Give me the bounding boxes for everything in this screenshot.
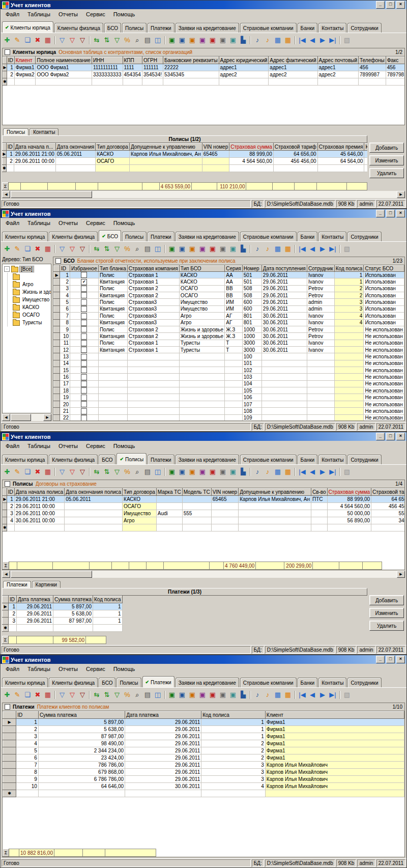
- grid-cell[interactable]: 501: [242, 272, 261, 278]
- favorite-checkbox[interactable]: [81, 272, 87, 278]
- column-header[interactable]: Сумма платежа: [38, 712, 125, 719]
- grid-cell[interactable]: 801: [242, 319, 261, 326]
- grid-cell[interactable]: [53, 625, 93, 632]
- grid-cell[interactable]: 2: [6, 158, 14, 165]
- grid-row[interactable]: 8679 868,0029.06.20113Карпов Илья Михайл…: [3, 769, 404, 776]
- grid-cell[interactable]: [211, 517, 239, 524]
- grid-cell[interactable]: 5 638,00: [38, 726, 125, 733]
- detail-tab-inactive[interactable]: Картинки: [32, 581, 61, 588]
- minimize-button[interactable]: _: [376, 210, 385, 217]
- export-txt-icon[interactable]: ▣: [218, 244, 228, 254]
- menu-item[interactable]: Отчеты: [54, 219, 82, 227]
- grid-cell[interactable]: [156, 496, 182, 503]
- grid-cell[interactable]: [334, 367, 364, 374]
- grid-cell[interactable]: 1000: [242, 333, 261, 340]
- grid-cell[interactable]: [98, 360, 127, 367]
- tab-2[interactable]: БСО: [104, 23, 121, 33]
- tab-0[interactable]: Клиенты юрлица: [2, 232, 48, 241]
- grid-view-icon[interactable]: ▦: [273, 690, 283, 699]
- grid-cell[interactable]: 1: [93, 603, 122, 610]
- grid-cell[interactable]: [127, 374, 179, 380]
- grid-cell[interactable]: Страховая 2: [127, 333, 179, 340]
- tree-item[interactable]: Агро: [13, 281, 51, 288]
- grid-row[interactable]: 25 638,0029.06.20111Фирма1: [3, 726, 404, 733]
- grid-cell[interactable]: ИМ: [225, 299, 242, 305]
- export-html-icon[interactable]: ▣: [187, 35, 197, 45]
- grid-row[interactable]: 20107Не использован: [54, 401, 404, 407]
- grid-cell[interactable]: [70, 305, 99, 312]
- preview-icon[interactable]: ◫: [153, 690, 163, 699]
- grid-cell[interactable]: 9: [60, 326, 70, 332]
- column-header[interactable]: ID: [6, 144, 14, 151]
- new-row[interactable]: ✱: [3, 625, 123, 632]
- grid-cell[interactable]: [225, 380, 242, 387]
- grid-cell[interactable]: [317, 78, 359, 86]
- grid-cell[interactable]: ✔: [70, 278, 99, 285]
- grid-cell[interactable]: [127, 394, 179, 401]
- edit-button[interactable]: Изменить: [369, 608, 404, 618]
- grid-cell[interactable]: [182, 524, 211, 531]
- minimize-button[interactable]: _: [376, 656, 385, 663]
- sort-icon[interactable]: ⇅: [102, 690, 112, 699]
- grid-cell[interactable]: [334, 380, 364, 387]
- grid-cell[interactable]: [225, 360, 242, 367]
- grid-cell[interactable]: [307, 414, 335, 421]
- column-header[interactable]: Дата окончания: [55, 144, 95, 151]
- grid-cell[interactable]: Использован: [364, 272, 404, 278]
- grid-cell[interactable]: 456: [386, 64, 405, 71]
- tab-6[interactable]: Страховые компании: [240, 678, 297, 687]
- export-clipboard-icon[interactable]: ▣: [228, 690, 238, 699]
- export-pdf-icon[interactable]: ▣: [208, 690, 218, 699]
- export-clipboard-icon[interactable]: ▣: [228, 467, 238, 477]
- print-icon[interactable]: ▤: [142, 244, 153, 254]
- grid-cell[interactable]: 19: [60, 394, 70, 401]
- menu-item[interactable]: Помощь: [109, 442, 139, 450]
- grid-cell[interactable]: [307, 360, 335, 367]
- grid-cell[interactable]: 1: [201, 733, 266, 740]
- tab-1[interactable]: Клиенты физлица: [49, 678, 98, 687]
- export-html-icon[interactable]: ▣: [187, 467, 197, 477]
- scroll-left-icon[interactable]: ◀: [2, 191, 10, 198]
- percent-icon[interactable]: %: [122, 467, 132, 477]
- nav-prev-icon[interactable]: ◀: [307, 690, 317, 699]
- grid-cell[interactable]: 456 456,00: [371, 503, 405, 510]
- grid-cell[interactable]: 1: [201, 719, 266, 726]
- tab-8[interactable]: Контакты: [318, 232, 346, 241]
- title-bar[interactable]: Учет клиентов _ □ ×: [1, 1, 406, 9]
- grid-cell[interactable]: [70, 367, 99, 374]
- grid-cell[interactable]: [14, 165, 55, 172]
- grid-cell[interactable]: 786 786,00: [38, 762, 125, 769]
- grid-cell[interactable]: 1: [7, 496, 14, 503]
- edit-record-icon[interactable]: ✎: [12, 35, 22, 45]
- grid-cell[interactable]: admin: [307, 305, 335, 312]
- new-row[interactable]: ✱: [3, 78, 405, 86]
- grid-row[interactable]: 7786 786,0029.06.20113Карпов Илья Михайл…: [3, 762, 404, 769]
- scroll-thumb[interactable]: [11, 414, 31, 421]
- grid-cell[interactable]: [7, 524, 14, 531]
- nav-prev-icon[interactable]: ◀: [307, 35, 317, 45]
- grid-cell[interactable]: Страховая 2: [127, 326, 179, 332]
- grid-cell[interactable]: КАСКО: [123, 496, 157, 503]
- grid-cell[interactable]: [371, 524, 405, 531]
- grid-cell[interactable]: 1: [334, 278, 364, 285]
- grid-cell[interactable]: ВВ: [225, 285, 242, 292]
- menu-item[interactable]: Таблицы: [23, 665, 54, 673]
- grid-cell[interactable]: Не использован: [364, 401, 404, 407]
- grid-cell[interactable]: Страховая 1: [127, 278, 179, 285]
- grid-row[interactable]: 19106Не использован: [54, 394, 404, 401]
- column-header[interactable]: Банковские реквизиты: [163, 57, 219, 64]
- grid-cell[interactable]: [98, 374, 127, 380]
- grid-cell[interactable]: 11: [60, 340, 70, 346]
- grid-cell[interactable]: Карпов Илья Михайлович: [265, 769, 404, 776]
- favorite-checkbox[interactable]: [81, 395, 87, 401]
- grid-cell[interactable]: [55, 165, 95, 172]
- grid-cell[interactable]: [70, 346, 99, 353]
- tab-4[interactable]: Платежи: [148, 232, 175, 241]
- grid-cell[interactable]: [179, 387, 224, 394]
- grid-cell[interactable]: 30.06.2011: [261, 319, 307, 326]
- nav-last-icon[interactable]: ▶|: [328, 35, 338, 45]
- grid-cell[interactable]: [70, 360, 99, 367]
- grid-cell[interactable]: [334, 333, 364, 340]
- grid-cell[interactable]: [261, 380, 307, 387]
- grid-cell[interactable]: 2: [201, 740, 266, 747]
